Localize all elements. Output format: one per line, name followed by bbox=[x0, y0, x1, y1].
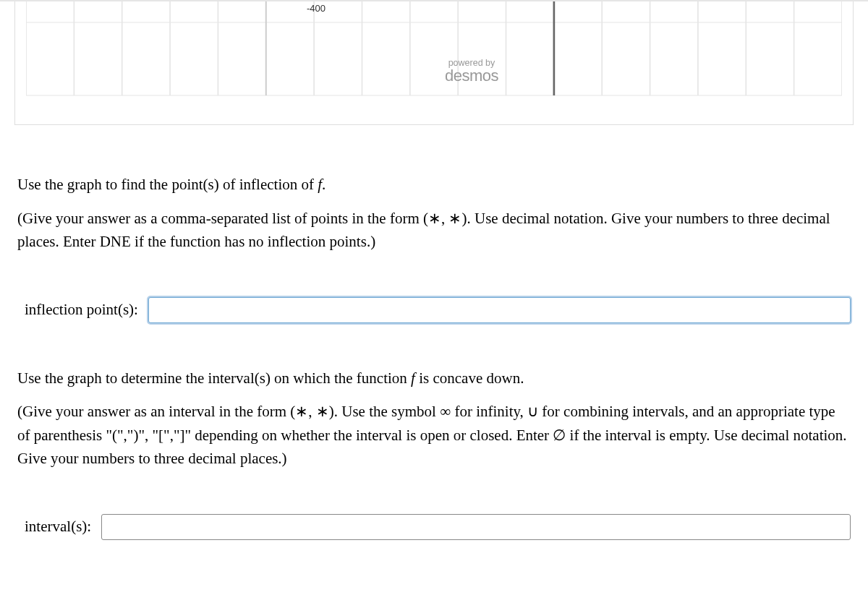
q1-prompt-text-2: . bbox=[322, 176, 326, 193]
intervals-input[interactable] bbox=[101, 514, 851, 540]
q2-prompt-text-1: Use the graph to determine the interval(… bbox=[17, 369, 411, 387]
q2-prompt-text-2: is concave down. bbox=[415, 369, 524, 387]
q2-hint: (Give your answer as an interval in the … bbox=[17, 400, 851, 471]
q2-prompt: Use the graph to determine the interval(… bbox=[17, 367, 851, 390]
y-axis-tick-label: -400 bbox=[307, 3, 326, 14]
graph-grid[interactable]: -400 powered by desmos bbox=[26, 1, 842, 110]
desmos-logo: desmos bbox=[445, 67, 498, 85]
question-2: Use the graph to determine the interval(… bbox=[0, 352, 868, 485]
graph-panel: -400 powered by desmos bbox=[14, 1, 854, 125]
graph-attribution: powered by desmos bbox=[445, 58, 498, 85]
question-1: Use the graph to find the point(s) of in… bbox=[0, 158, 868, 268]
q1-prompt-text-1: Use the graph to find the point(s) of in… bbox=[17, 176, 318, 193]
q2-answer-label: interval(s): bbox=[25, 518, 91, 536]
inflection-points-input[interactable] bbox=[148, 297, 851, 323]
q1-answer-label: inflection point(s): bbox=[25, 301, 138, 319]
q1-prompt: Use the graph to find the point(s) of in… bbox=[17, 173, 851, 197]
q2-answer-row: interval(s): bbox=[0, 485, 868, 569]
q1-answer-row: inflection point(s): bbox=[0, 268, 868, 352]
q1-hint: (Give your answer as a comma-separated l… bbox=[17, 207, 851, 254]
